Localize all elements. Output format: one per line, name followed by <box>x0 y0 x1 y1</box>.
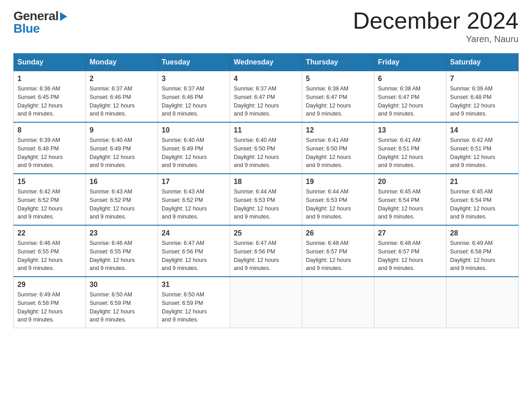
day-number: 6 <box>378 75 442 83</box>
calendar-cell: 20Sunrise: 6:45 AMSunset: 6:54 PMDayligh… <box>374 174 446 225</box>
calendar-cell: 14Sunrise: 6:42 AMSunset: 6:51 PMDayligh… <box>446 122 519 174</box>
calendar-cell: 7Sunrise: 6:39 AMSunset: 6:48 PMDaylight… <box>446 71 519 123</box>
calendar-cell: 23Sunrise: 6:46 AMSunset: 6:55 PMDayligh… <box>86 225 158 277</box>
calendar-title: December 2024 <box>353 9 519 32</box>
calendar-cell: 3Sunrise: 6:37 AMSunset: 6:46 PMDaylight… <box>158 71 230 123</box>
calendar-cell: 22Sunrise: 6:46 AMSunset: 6:55 PMDayligh… <box>14 225 86 277</box>
day-number: 22 <box>17 229 82 237</box>
day-number: 19 <box>306 178 370 186</box>
calendar-week-row: 8Sunrise: 6:39 AMSunset: 6:48 PMDaylight… <box>14 122 519 174</box>
calendar-cell: 15Sunrise: 6:42 AMSunset: 6:52 PMDayligh… <box>14 174 86 225</box>
col-sunday: Sunday <box>14 54 86 71</box>
day-info: Sunrise: 6:45 AMSunset: 6:54 PMDaylight:… <box>450 188 515 221</box>
calendar-cell: 18Sunrise: 6:44 AMSunset: 6:53 PMDayligh… <box>230 174 302 225</box>
day-number: 10 <box>162 126 226 134</box>
day-number: 28 <box>450 229 515 237</box>
day-info: Sunrise: 6:46 AMSunset: 6:55 PMDaylight:… <box>90 239 154 273</box>
calendar-cell: 2Sunrise: 6:37 AMSunset: 6:46 PMDaylight… <box>86 71 158 123</box>
day-number: 23 <box>90 229 154 237</box>
calendar-cell: 9Sunrise: 6:40 AMSunset: 6:49 PMDaylight… <box>86 122 158 174</box>
day-info: Sunrise: 6:41 AMSunset: 6:50 PMDaylight:… <box>306 136 370 170</box>
day-info: Sunrise: 6:37 AMSunset: 6:46 PMDaylight:… <box>90 85 154 118</box>
calendar-week-row: 29Sunrise: 6:49 AMSunset: 6:58 PMDayligh… <box>14 277 519 328</box>
day-info: Sunrise: 6:46 AMSunset: 6:55 PMDaylight:… <box>17 239 82 273</box>
logo-blue-text: Blue <box>13 21 40 36</box>
day-info: Sunrise: 6:38 AMSunset: 6:47 PMDaylight:… <box>378 85 442 118</box>
day-number: 18 <box>234 178 298 186</box>
day-info: Sunrise: 6:49 AMSunset: 6:58 PMDaylight:… <box>17 291 82 324</box>
calendar-cell: 30Sunrise: 6:50 AMSunset: 6:59 PMDayligh… <box>86 277 158 328</box>
day-number: 4 <box>234 75 298 83</box>
col-wednesday: Wednesday <box>230 54 302 71</box>
day-info: Sunrise: 6:50 AMSunset: 6:59 PMDaylight:… <box>90 291 154 324</box>
day-number: 13 <box>378 126 442 134</box>
day-number: 30 <box>90 281 154 289</box>
day-number: 3 <box>162 75 226 83</box>
calendar-cell: 28Sunrise: 6:49 AMSunset: 6:58 PMDayligh… <box>446 225 519 277</box>
calendar-subtitle: Yaren, Nauru <box>353 34 519 44</box>
calendar-cell: 13Sunrise: 6:41 AMSunset: 6:51 PMDayligh… <box>374 122 446 174</box>
day-info: Sunrise: 6:40 AMSunset: 6:49 PMDaylight:… <box>162 136 226 170</box>
day-info: Sunrise: 6:38 AMSunset: 6:47 PMDaylight:… <box>306 85 370 118</box>
calendar-cell: 11Sunrise: 6:40 AMSunset: 6:50 PMDayligh… <box>230 122 302 174</box>
day-number: 15 <box>17 178 82 186</box>
calendar-cell: 5Sunrise: 6:38 AMSunset: 6:47 PMDaylight… <box>302 71 374 123</box>
day-number: 16 <box>90 178 154 186</box>
day-info: Sunrise: 6:42 AMSunset: 6:52 PMDaylight:… <box>17 188 82 221</box>
day-number: 2 <box>90 75 154 83</box>
day-info: Sunrise: 6:36 AMSunset: 6:45 PMDaylight:… <box>17 85 82 118</box>
day-number: 7 <box>450 75 515 83</box>
day-info: Sunrise: 6:47 AMSunset: 6:56 PMDaylight:… <box>162 239 226 273</box>
day-info: Sunrise: 6:45 AMSunset: 6:54 PMDaylight:… <box>378 188 442 221</box>
calendar-cell <box>230 277 302 328</box>
day-number: 31 <box>162 281 226 289</box>
day-number: 29 <box>17 281 82 289</box>
day-info: Sunrise: 6:37 AMSunset: 6:47 PMDaylight:… <box>234 85 298 118</box>
day-number: 21 <box>450 178 515 186</box>
calendar-cell: 24Sunrise: 6:47 AMSunset: 6:56 PMDayligh… <box>158 225 230 277</box>
day-number: 8 <box>17 126 82 134</box>
day-info: Sunrise: 6:44 AMSunset: 6:53 PMDaylight:… <box>234 188 298 221</box>
calendar-week-row: 22Sunrise: 6:46 AMSunset: 6:55 PMDayligh… <box>14 225 519 277</box>
day-info: Sunrise: 6:50 AMSunset: 6:59 PMDaylight:… <box>162 291 226 324</box>
day-number: 9 <box>90 126 154 134</box>
day-number: 24 <box>162 229 226 237</box>
logo: General Blue <box>13 9 67 36</box>
page-header: General Blue December 2024 Yaren, Nauru <box>13 9 519 44</box>
day-number: 14 <box>450 126 515 134</box>
col-tuesday: Tuesday <box>158 54 230 71</box>
day-number: 12 <box>306 126 370 134</box>
calendar-cell <box>302 277 374 328</box>
day-info: Sunrise: 6:41 AMSunset: 6:51 PMDaylight:… <box>378 136 442 170</box>
day-info: Sunrise: 6:44 AMSunset: 6:53 PMDaylight:… <box>306 188 370 221</box>
day-info: Sunrise: 6:40 AMSunset: 6:50 PMDaylight:… <box>234 136 298 170</box>
calendar-cell: 16Sunrise: 6:43 AMSunset: 6:52 PMDayligh… <box>86 174 158 225</box>
day-number: 1 <box>17 75 82 83</box>
day-info: Sunrise: 6:40 AMSunset: 6:49 PMDaylight:… <box>90 136 154 170</box>
calendar-title-block: December 2024 Yaren, Nauru <box>353 9 519 44</box>
calendar-cell: 1Sunrise: 6:36 AMSunset: 6:45 PMDaylight… <box>14 71 86 123</box>
day-number: 11 <box>234 126 298 134</box>
day-info: Sunrise: 6:39 AMSunset: 6:48 PMDaylight:… <box>450 85 515 118</box>
calendar-cell: 10Sunrise: 6:40 AMSunset: 6:49 PMDayligh… <box>158 122 230 174</box>
col-saturday: Saturday <box>446 54 519 71</box>
calendar-cell: 6Sunrise: 6:38 AMSunset: 6:47 PMDaylight… <box>374 71 446 123</box>
day-number: 20 <box>378 178 442 186</box>
calendar-cell: 4Sunrise: 6:37 AMSunset: 6:47 PMDaylight… <box>230 71 302 123</box>
calendar-cell: 19Sunrise: 6:44 AMSunset: 6:53 PMDayligh… <box>302 174 374 225</box>
calendar-cell <box>374 277 446 328</box>
calendar-cell <box>446 277 519 328</box>
calendar-header-row: Sunday Monday Tuesday Wednesday Thursday… <box>14 54 519 71</box>
calendar-cell: 21Sunrise: 6:45 AMSunset: 6:54 PMDayligh… <box>446 174 519 225</box>
calendar-cell: 17Sunrise: 6:43 AMSunset: 6:52 PMDayligh… <box>158 174 230 225</box>
day-info: Sunrise: 6:49 AMSunset: 6:58 PMDaylight:… <box>450 239 515 273</box>
calendar-cell: 26Sunrise: 6:48 AMSunset: 6:57 PMDayligh… <box>302 225 374 277</box>
calendar-cell: 31Sunrise: 6:50 AMSunset: 6:59 PMDayligh… <box>158 277 230 328</box>
calendar-cell: 29Sunrise: 6:49 AMSunset: 6:58 PMDayligh… <box>14 277 86 328</box>
day-number: 17 <box>162 178 226 186</box>
calendar-cell: 12Sunrise: 6:41 AMSunset: 6:50 PMDayligh… <box>302 122 374 174</box>
day-info: Sunrise: 6:48 AMSunset: 6:57 PMDaylight:… <box>306 239 370 273</box>
day-info: Sunrise: 6:43 AMSunset: 6:52 PMDaylight:… <box>162 188 226 221</box>
day-number: 26 <box>306 229 370 237</box>
col-monday: Monday <box>86 54 158 71</box>
